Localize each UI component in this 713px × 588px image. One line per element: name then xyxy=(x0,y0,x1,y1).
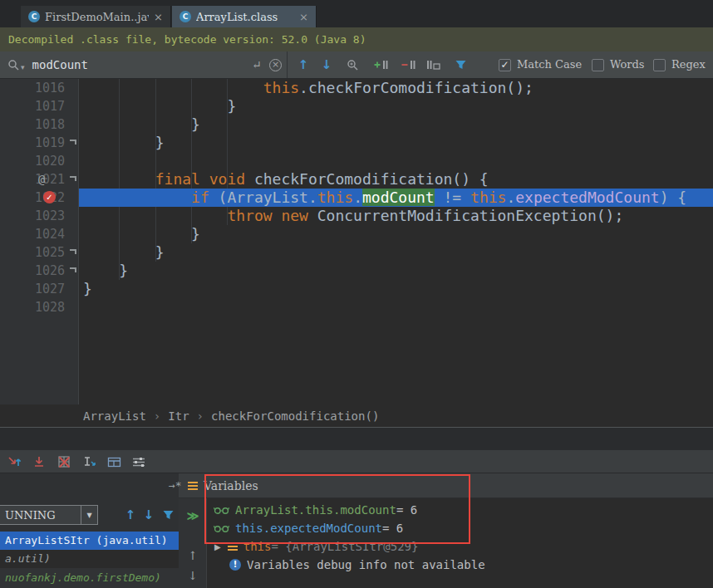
clear-search-icon[interactable]: × xyxy=(269,59,282,71)
fold-marker-icon[interactable] xyxy=(70,176,76,181)
editor-lines: 1016 this.checkForComodification();1017 … xyxy=(0,79,713,404)
line-number: 1025 xyxy=(35,243,65,262)
tab-firstdemomain[interactable]: C FirstDemoMain..java × xyxy=(21,6,171,27)
execution-line[interactable]: if (ArrayList.this.modCount != this.expe… xyxy=(79,189,713,207)
scroll-down-icon[interactable]: ↓ xyxy=(179,566,207,585)
line-number: 1018 xyxy=(35,115,65,134)
code-line[interactable]: } xyxy=(80,243,713,262)
search-input[interactable]: ▾ modCount ↵ × xyxy=(0,51,288,78)
breadcrumb-item-inner-class[interactable]: Itr xyxy=(168,409,189,423)
search-icon xyxy=(7,59,19,71)
gutter-line-1027[interactable]: 1027 xyxy=(0,280,79,298)
force-step-into-icon[interactable] xyxy=(80,454,98,469)
watch-value: = 6 xyxy=(382,522,403,535)
close-tab-icon[interactable]: × xyxy=(154,11,163,23)
expand-arrow-icon[interactable]: ▶ xyxy=(214,542,221,551)
line-number: 1027 xyxy=(35,280,65,298)
tab-arraylist-class[interactable]: C ArrayList.class × xyxy=(172,6,317,27)
regex-label[interactable]: Regex xyxy=(671,51,706,78)
mute-breakpoints-icon[interactable] xyxy=(55,454,73,469)
jump-to-source-icon[interactable]: →* xyxy=(169,479,182,492)
gutter-line-1026[interactable]: 1026 xyxy=(0,262,79,280)
variables-panel: ArrayList.this.modCount = 6 this.expecte… xyxy=(207,498,713,588)
next-occurrence-icon[interactable]: ↓ xyxy=(316,51,337,78)
tab-label: ArrayList.class xyxy=(196,11,294,23)
stack-frame[interactable]: a.util) xyxy=(0,550,179,568)
line-number: 1019 xyxy=(35,134,65,152)
code-line[interactable]: } xyxy=(80,280,713,298)
match-case-checkbox[interactable]: ✓ xyxy=(499,59,511,71)
frame-down-icon[interactable]: ↓ xyxy=(140,505,158,525)
frames-filter-icon[interactable] xyxy=(159,505,177,525)
breadcrumb-item-class[interactable]: ArrayList xyxy=(83,409,146,423)
code-line[interactable]: final void checkForComodification() { xyxy=(80,170,713,189)
variable-value: = {ArrayListSItr@529} xyxy=(271,540,418,553)
info-icon: ! xyxy=(229,559,241,571)
gutter-line-1021[interactable]: 1021@ xyxy=(0,170,79,189)
fold-marker-icon[interactable] xyxy=(70,267,76,272)
code-line[interactable]: } xyxy=(80,225,713,243)
gutter-line-1019[interactable]: 1019 xyxy=(0,134,79,152)
remove-occurrence-icon[interactable] xyxy=(396,51,419,78)
code-line[interactable]: } xyxy=(80,134,713,152)
code-line[interactable]: this.checkForComodification(); xyxy=(80,79,713,97)
watch-row-expectedmodcount[interactable]: this.expectedModCount = 6 xyxy=(207,519,713,537)
line-number: 1024 xyxy=(35,225,65,243)
variables-info-row: ! Variables debug info not available xyxy=(207,556,713,574)
gutter-line-1020[interactable]: 1020 xyxy=(0,152,79,170)
settings-sliders-icon[interactable] xyxy=(130,454,148,469)
watch-row-modcount[interactable]: ArrayList.this.modCount = 6 xyxy=(207,501,713,519)
panel-splitter[interactable] xyxy=(0,428,713,450)
debug-toolbar xyxy=(0,450,713,473)
gutter-line-1023[interactable]: 1023 xyxy=(0,207,79,225)
thread-combo[interactable]: UNNING ▼ xyxy=(0,505,98,525)
words-label[interactable]: Words xyxy=(610,51,645,78)
variable-name: this xyxy=(243,540,272,553)
fold-marker-icon[interactable] xyxy=(70,249,76,254)
code-line[interactable]: } xyxy=(80,115,713,134)
fold-marker-icon[interactable] xyxy=(70,140,76,145)
frames-panel: UNNING ▼ ↑ ↓ ArrayListSItr (java.util) a… xyxy=(0,473,179,588)
watch-name: ArrayList.this.modCount xyxy=(235,503,396,517)
gutter-line-1018[interactable]: 1018 xyxy=(0,115,79,134)
stack-frame-user-code[interactable]: nuofankj.demo.firstDemo) xyxy=(0,568,179,588)
gutter-line-1017[interactable]: 1017 xyxy=(0,97,79,115)
line-number: 1016 xyxy=(35,79,65,97)
select-all-occurrences-icon[interactable] xyxy=(420,51,445,78)
code-line[interactable] xyxy=(80,152,713,170)
code-line[interactable]: } xyxy=(80,262,713,280)
watch-glasses-icon xyxy=(214,523,229,533)
breadcrumb-item-method[interactable]: checkForComodification() xyxy=(211,409,379,423)
code-line[interactable]: } xyxy=(80,97,713,115)
layout-table-icon[interactable] xyxy=(105,454,123,469)
combo-dropdown-icon[interactable]: ▼ xyxy=(81,506,97,524)
match-case-label[interactable]: Match Case xyxy=(517,51,582,78)
drop-frame-icon[interactable] xyxy=(30,454,48,469)
code-line[interactable] xyxy=(80,298,713,316)
restart-arrows-icon[interactable] xyxy=(5,454,23,469)
search-filter-icon[interactable] xyxy=(450,51,471,78)
words-checkbox[interactable] xyxy=(592,59,604,71)
regex-checkbox[interactable] xyxy=(653,59,666,71)
object-icon xyxy=(228,542,238,551)
gutter-line-1024[interactable]: 1024 xyxy=(0,225,79,243)
stack-frame-selected[interactable]: ArrayListSItr (java.util) xyxy=(0,532,179,550)
find-toolbar: ▾ modCount ↵ × ↑ ↓ ✓ Match Case Words Re… xyxy=(0,51,713,79)
code-editor[interactable]: 1016 this.checkForComodification();1017 … xyxy=(0,79,713,404)
find-all-icon[interactable] xyxy=(341,51,364,78)
close-tab-icon[interactable]: × xyxy=(299,11,308,23)
gutter-line-1028[interactable]: 1028 xyxy=(0,298,79,316)
gutter-line-1025[interactable]: 1025 xyxy=(0,243,79,262)
gutter-line-1016[interactable]: 1016 xyxy=(0,79,79,97)
watch-actions-icon[interactable]: ≫ xyxy=(179,507,207,525)
watch-name: this.expectedModCount xyxy=(235,522,382,535)
add-occurrence-icon[interactable] xyxy=(367,51,392,78)
frame-up-icon[interactable]: ↑ xyxy=(121,505,140,525)
variable-row-this[interactable]: ▶ this = {ArrayListSItr@529} xyxy=(207,537,713,556)
prev-occurrence-icon[interactable]: ↑ xyxy=(293,51,314,78)
breakpoint-icon[interactable]: ✓ xyxy=(43,191,56,203)
gutter-line-1022[interactable]: 1022✓ xyxy=(0,189,79,207)
code-line[interactable]: throw new ConcurrentModificationExceptio… xyxy=(80,207,713,225)
search-history-caret-icon[interactable]: ▾ xyxy=(21,63,25,71)
scroll-up-icon[interactable]: ↑ xyxy=(179,546,207,565)
